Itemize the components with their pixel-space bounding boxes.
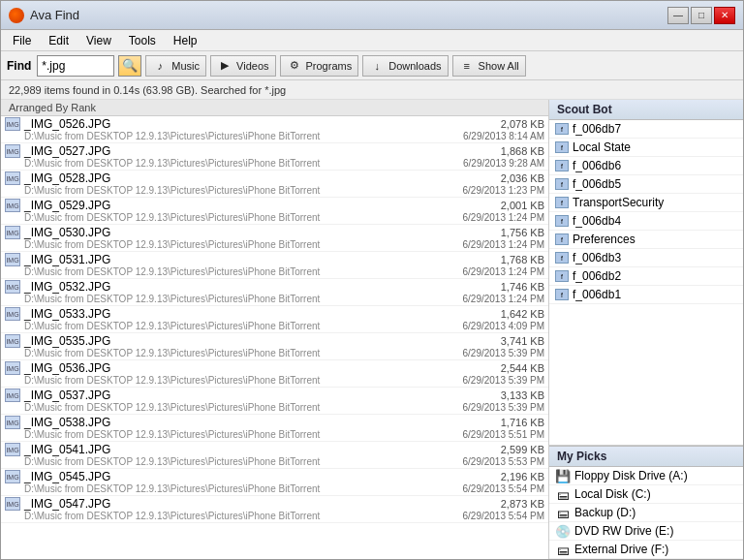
menu-view[interactable]: View (78, 32, 119, 49)
scout-item-label: Preferences (573, 233, 636, 246)
file-icon: IMG (5, 470, 20, 483)
file-list-scroll[interactable]: IMG _IMG_0526.JPG 2,078 KB D:\Music from… (1, 116, 548, 559)
videos-button[interactable]: ▶ Videos (210, 55, 275, 77)
file-size: 2,873 KB (501, 498, 544, 510)
scout-item-label: f_006db1 (573, 288, 621, 301)
table-row[interactable]: IMG _IMG_0536.JPG 2,544 KB D:\Music from… (1, 360, 548, 388)
table-row[interactable]: IMG _IMG_0538.JPG 1,716 KB D:\Music from… (1, 415, 548, 442)
music-button[interactable]: ♪ Music (145, 55, 206, 77)
scout-item-f006db1[interactable]: f f_006db1 (549, 286, 743, 304)
scout-item-f006db4[interactable]: f f_006db4 (549, 212, 743, 231)
scout-item-f006db2[interactable]: f f_006db2 (549, 267, 743, 286)
search-input[interactable] (37, 55, 114, 77)
table-row[interactable]: IMG _IMG_0535.JPG 3,741 KB D:\Music from… (1, 333, 548, 360)
table-row[interactable]: IMG _IMG_0533.JPG 1,642 KB D:\Music from… (1, 306, 548, 333)
file-path: D:\Music from DESKTOP 12.9.13\Pictures\P… (24, 266, 320, 277)
table-row[interactable]: IMG _IMG_0547.JPG 2,873 KB D:\Music from… (1, 496, 548, 523)
table-row[interactable]: IMG _IMG_0537.JPG 3,133 KB D:\Music from… (1, 388, 548, 415)
title-bar-left: Ava Find (9, 8, 79, 23)
file-icon: IMG (5, 226, 20, 239)
file-date: 6/29/2013 1:24 PM (462, 212, 544, 223)
file-path: D:\Music from DESKTOP 12.9.13\Pictures\P… (24, 158, 320, 169)
downloads-button[interactable]: ↓ Downloads (362, 55, 448, 77)
show-all-button[interactable]: ≡ Show All (452, 55, 526, 77)
drive-label: Floppy Disk Drive (A:) (574, 469, 688, 482)
file-size: 3,133 KB (501, 389, 544, 401)
file-date: 6/29/2013 1:24 PM (462, 294, 544, 304)
close-button[interactable]: ✕ (714, 7, 735, 24)
scout-item-f006db7[interactable]: f f_006db7 (549, 120, 743, 139)
file-name: _IMG_0537.JPG (24, 389, 110, 402)
table-row[interactable]: IMG _IMG_0528.JPG 2,036 KB D:\Music from… (1, 171, 548, 198)
videos-label: Videos (236, 60, 268, 72)
menu-tools[interactable]: Tools (121, 32, 164, 49)
file-path: D:\Music from DESKTOP 12.9.13\Pictures\P… (24, 456, 320, 467)
pick-item-hdd[interactable]: 🖴 Backup (D:) (549, 504, 743, 522)
drive-icon: 💿 (555, 525, 571, 537)
file-path: D:\Music from DESKTOP 12.9.13\Pictures\P… (24, 375, 320, 386)
file-date: 6/29/2013 9:28 AM (463, 158, 544, 169)
scout-item-local-state[interactable]: f Local State (549, 139, 743, 157)
file-path: D:\Music from DESKTOP 12.9.13\Pictures\P… (24, 483, 320, 494)
scout-file-icon: f (555, 252, 569, 264)
drive-label: Backup (D:) (574, 506, 636, 519)
file-size: 1,642 KB (501, 308, 544, 320)
file-name: _IMG_0530.JPG (24, 226, 110, 239)
scout-bot-header: Scout Bot (549, 100, 743, 120)
menu-file[interactable]: File (5, 32, 39, 49)
minimize-button[interactable]: — (667, 7, 689, 24)
file-icon: IMG (5, 416, 20, 429)
menu-edit[interactable]: Edit (41, 32, 77, 49)
file-size: 2,544 KB (501, 362, 544, 374)
file-path: D:\Music from DESKTOP 12.9.13\Pictures\P… (24, 511, 320, 521)
maximize-button[interactable]: □ (691, 7, 712, 24)
pick-item-dvd[interactable]: 💿 DVD RW Drive (E:) (549, 522, 743, 541)
main-window: Ava Find — □ ✕ File Edit View Tools Help… (0, 0, 744, 560)
table-row[interactable]: IMG _IMG_0526.JPG 2,078 KB D:\Music from… (1, 116, 548, 143)
file-date: 6/29/2013 1:23 PM (462, 185, 544, 196)
scout-item-f006db3[interactable]: f f_006db3 (549, 249, 743, 267)
file-path: D:\Music from DESKTOP 12.9.13\Pictures\P… (24, 321, 320, 331)
programs-button[interactable]: ⚙ Programs (280, 55, 359, 77)
file-list-panel: Arranged By Rank IMG _IMG_0526.JPG 2,078… (1, 100, 549, 559)
scout-item-transport-security[interactable]: f TransportSecurity (549, 194, 743, 212)
table-row[interactable]: IMG _IMG_0529.JPG 2,001 KB D:\Music from… (1, 198, 548, 225)
scout-list[interactable]: f f_006db7 f Local State f f_006db6 f f_… (549, 120, 743, 445)
pick-item-floppy[interactable]: 💾 Floppy Disk Drive (A:) (549, 467, 743, 485)
table-row[interactable]: IMG _IMG_0530.JPG 1,756 KB D:\Music from… (1, 225, 548, 252)
pick-item-external[interactable]: 🖴 External Drive (F:) (549, 541, 743, 559)
scout-item-f006db5[interactable]: f f_006db5 (549, 175, 743, 194)
file-size: 1,868 KB (501, 145, 544, 157)
file-path: D:\Music from DESKTOP 12.9.13\Pictures\P… (24, 402, 320, 413)
file-icon: IMG (5, 497, 20, 511)
pick-item-hdd[interactable]: 🖴 Local Disk (C:) (549, 485, 743, 504)
file-name: _IMG_0535.JPG (24, 334, 110, 348)
file-icon: IMG (5, 171, 20, 185)
menu-help[interactable]: Help (166, 32, 205, 49)
file-name: _IMG_0541.JPG (24, 443, 110, 456)
file-date: 6/29/2013 5:39 PM (462, 348, 544, 358)
status-bar: 22,989 items found in 0.14s (63.98 GB). … (1, 80, 743, 100)
show-all-icon: ≡ (459, 58, 475, 74)
file-list-header: Arranged By Rank (1, 100, 548, 116)
title-bar-controls: — □ ✕ (667, 7, 735, 24)
file-date: 6/29/2013 1:24 PM (462, 266, 544, 277)
scout-item-label: f_006db3 (573, 251, 621, 264)
table-row[interactable]: IMG _IMG_0527.JPG 1,868 KB D:\Music from… (1, 143, 548, 171)
scout-item-preferences[interactable]: f Preferences (549, 231, 743, 249)
downloads-icon: ↓ (369, 58, 385, 74)
scout-file-icon: f (555, 233, 569, 245)
file-name: _IMG_0531.JPG (24, 253, 110, 266)
search-go-button[interactable]: 🔍 (118, 55, 141, 77)
table-row[interactable]: IMG _IMG_0545.JPG 2,196 KB D:\Music from… (1, 469, 548, 496)
table-row[interactable]: IMG _IMG_0531.JPG 1,768 KB D:\Music from… (1, 252, 548, 279)
scout-item-f006db6[interactable]: f f_006db6 (549, 157, 743, 175)
scout-file-icon: f (555, 215, 569, 227)
table-row[interactable]: IMG _IMG_0532.JPG 1,746 KB D:\Music from… (1, 279, 548, 306)
file-size: 3,741 KB (501, 335, 544, 347)
programs-icon: ⚙ (287, 58, 302, 74)
file-date: 6/29/2013 5:54 PM (462, 483, 544, 494)
table-row[interactable]: IMG _IMG_0541.JPG 2,599 KB D:\Music from… (1, 442, 548, 469)
drive-label: Local Disk (C:) (574, 487, 651, 501)
file-name: _IMG_0545.JPG (24, 470, 110, 483)
